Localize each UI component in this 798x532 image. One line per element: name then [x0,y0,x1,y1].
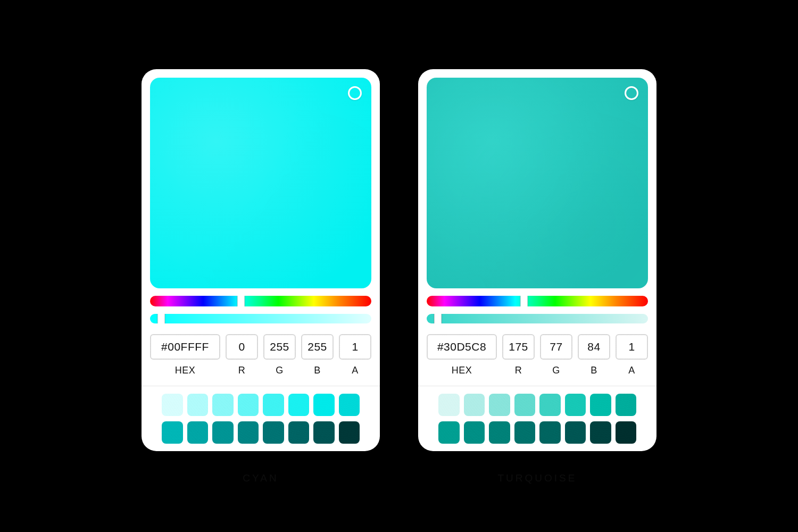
palette-swatch[interactable] [514,394,536,416]
palette-swatch[interactable] [187,394,209,416]
alpha-thumb[interactable] [434,314,442,323]
palette-swatch[interactable] [616,421,637,444]
b-input[interactable]: 255 [301,334,334,360]
palette-row-light [438,394,636,416]
palette-swatch[interactable] [339,394,360,416]
palette-swatch[interactable] [616,394,637,416]
r-input[interactable]: 175 [502,334,535,360]
palette-swatch[interactable] [489,421,510,444]
r-field-group: 175 R [502,334,535,376]
hue-thumb[interactable] [520,296,528,306]
palette-swatch[interactable] [464,394,485,416]
palette-swatch[interactable] [263,421,284,444]
swatch-texture [427,78,648,288]
palette-swatch[interactable] [489,394,510,416]
palette-swatch[interactable] [212,394,234,416]
a-label: A [352,365,359,376]
picker-caption: CYAN [243,472,278,484]
b-label: B [314,365,321,376]
section-divider [418,386,656,386]
a-label: A [628,365,635,376]
r-label: R [515,365,522,376]
palette-row-dark [438,421,636,444]
color-pickers-stage: #00FFFF HEX 0 R 255 G 255 B 1 A [0,0,798,532]
value-inputs-row: #00FFFF HEX 0 R 255 G 255 B 1 A [150,334,371,376]
palette-swatch[interactable] [565,394,586,416]
g-label: G [552,365,560,376]
picker-caption: TURQUOISE [498,472,577,484]
palette-swatch[interactable] [313,394,335,416]
hex-label: HEX [175,365,196,376]
hex-input[interactable]: #30D5C8 [427,334,497,360]
value-inputs-row: #30D5C8 HEX 175 R 77 G 84 B 1 A [427,334,648,376]
color-picker-turquoise: #30D5C8 HEX 175 R 77 G 84 B 1 A [418,69,656,451]
palette-swatch[interactable] [590,421,611,444]
palette-swatch[interactable] [238,421,259,444]
palette-row-light [162,394,360,416]
r-field-group: 0 R [226,334,258,376]
b-field-group: 255 B [301,334,334,376]
alpha-track [427,314,648,323]
saturation-value-area[interactable] [427,78,648,288]
palette-swatch[interactable] [238,394,259,416]
saturation-value-area[interactable] [150,78,371,288]
picker-wrap-cyan: #00FFFF HEX 0 R 255 G 255 B 1 A [142,69,380,484]
hex-label: HEX [452,365,472,376]
alpha-track [150,314,371,323]
g-field-group: 77 G [540,334,572,376]
r-input[interactable]: 0 [226,334,258,360]
alpha-thumb[interactable] [157,314,165,323]
alpha-slider[interactable] [427,314,648,323]
picker-wrap-turquoise: #30D5C8 HEX 175 R 77 G 84 B 1 A [418,69,656,484]
palette-swatch[interactable] [464,421,485,444]
hue-slider[interactable] [150,296,371,306]
r-label: R [238,365,246,376]
hex-field-group: #30D5C8 HEX [427,334,497,376]
sliders-group [427,296,648,323]
picker-selector-icon[interactable] [348,86,362,100]
g-field-group: 255 G [263,334,296,376]
hex-input[interactable]: #00FFFF [150,334,220,360]
swatch-texture [150,78,371,288]
palette-swatch[interactable] [438,394,460,416]
palette-swatch[interactable] [339,421,360,444]
palette-swatch[interactable] [288,394,310,416]
palette-swatch[interactable] [514,421,536,444]
sliders-group [150,296,371,323]
g-label: G [276,365,284,376]
preset-palette [427,394,648,444]
palette-swatch[interactable] [288,421,310,444]
picker-selector-icon[interactable] [625,86,638,100]
hue-track [150,296,371,306]
alpha-slider[interactable] [150,314,371,323]
palette-swatch[interactable] [590,394,611,416]
palette-swatch[interactable] [539,421,561,444]
g-input[interactable]: 77 [540,334,572,360]
palette-row-dark [162,421,360,444]
palette-swatch[interactable] [263,394,284,416]
hue-slider[interactable] [427,296,648,306]
palette-swatch[interactable] [565,421,586,444]
a-field-group: 1 A [616,334,648,376]
hue-track [427,296,648,306]
b-field-group: 84 B [578,334,610,376]
palette-swatch[interactable] [187,421,209,444]
a-input[interactable]: 1 [616,334,648,360]
g-input[interactable]: 255 [263,334,296,360]
color-picker-cyan: #00FFFF HEX 0 R 255 G 255 B 1 A [142,69,380,451]
palette-swatch[interactable] [162,394,183,416]
palette-swatch[interactable] [438,421,460,444]
palette-swatch[interactable] [539,394,561,416]
palette-swatch[interactable] [313,421,335,444]
section-divider [142,386,380,386]
palette-swatch[interactable] [212,421,234,444]
b-label: B [591,365,597,376]
a-input[interactable]: 1 [339,334,371,360]
hex-field-group: #00FFFF HEX [150,334,220,376]
palette-swatch[interactable] [162,421,183,444]
preset-palette [150,394,371,444]
hue-thumb[interactable] [237,296,245,306]
a-field-group: 1 A [339,334,371,376]
b-input[interactable]: 84 [578,334,610,360]
